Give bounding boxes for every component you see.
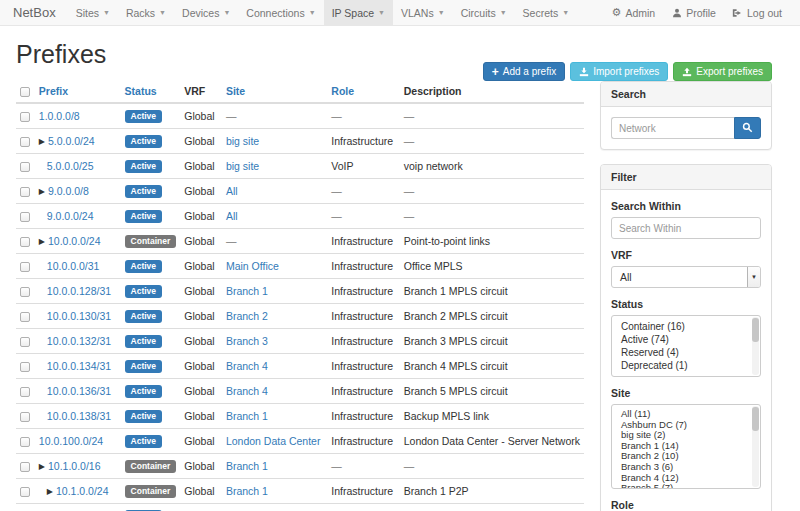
row-checkbox[interactable] bbox=[20, 487, 30, 497]
site-link[interactable]: London Data Center bbox=[226, 435, 321, 447]
row-checkbox[interactable] bbox=[20, 412, 30, 422]
prefix-link[interactable]: 10.1.0.0/16 bbox=[48, 460, 101, 472]
nav-item-racks[interactable]: Racks▼ bbox=[118, 0, 174, 25]
row-checkbox[interactable] bbox=[20, 212, 30, 222]
site-link[interactable]: Branch 2 bbox=[226, 310, 268, 322]
prefix-link[interactable]: 9.0.0.0/8 bbox=[48, 185, 89, 197]
row-checkbox[interactable] bbox=[20, 187, 30, 197]
chevron-down-icon: ▼ bbox=[747, 267, 760, 287]
site-link[interactable]: Branch 1 bbox=[226, 285, 268, 297]
site-link[interactable]: All bbox=[226, 210, 238, 222]
status-badge: Container bbox=[125, 485, 177, 498]
import-prefixes-button[interactable]: Import prefixes bbox=[570, 62, 668, 81]
prefix-link[interactable]: 10.0.0.0/24 bbox=[48, 235, 101, 247]
option-reserved-4[interactable]: Reserved (4) bbox=[612, 346, 760, 359]
row-checkbox[interactable] bbox=[20, 437, 30, 447]
row-checkbox[interactable] bbox=[20, 287, 30, 297]
site-link[interactable]: Branch 1 bbox=[226, 485, 268, 497]
prefix-link[interactable]: 10.0.0.134/31 bbox=[47, 360, 111, 372]
site-link[interactable]: Branch 1 bbox=[226, 460, 268, 472]
nav-item-profile[interactable]: Profile bbox=[663, 0, 724, 25]
status-multiselect[interactable]: Container (16)Active (74)Reserved (4)Dep… bbox=[611, 315, 761, 377]
column-header-vrf: VRF bbox=[180, 81, 222, 103]
scrollbar-thumb[interactable] bbox=[752, 318, 759, 342]
search-within-input[interactable] bbox=[611, 217, 761, 239]
site-link[interactable]: Branch 4 bbox=[226, 360, 268, 372]
column-header-label[interactable]: Prefix bbox=[39, 85, 68, 97]
description-cell: — bbox=[404, 185, 415, 197]
add-a-prefix-button[interactable]: +Add a prefix bbox=[483, 62, 565, 81]
nav-item-connections[interactable]: Connections▼ bbox=[238, 0, 323, 25]
prefix-link[interactable]: 5.0.0.0/25 bbox=[47, 160, 94, 172]
prefix-link[interactable]: 10.0.100.0/24 bbox=[39, 435, 103, 447]
nav-item-devices[interactable]: Devices▼ bbox=[174, 0, 238, 25]
site-link[interactable]: Branch 3 bbox=[226, 335, 268, 347]
option-ashburn-dc-7[interactable]: Ashburn DC (7) bbox=[612, 420, 760, 431]
button-label: Add a prefix bbox=[503, 66, 556, 77]
site-link[interactable]: Branch 1 bbox=[226, 410, 268, 422]
nav-item-circuits[interactable]: Circuits▼ bbox=[453, 0, 515, 25]
option-deprecated-1[interactable]: Deprecated (1) bbox=[612, 359, 760, 372]
prefix-link[interactable]: 10.0.0.130/31 bbox=[47, 310, 111, 322]
select-all-checkbox[interactable] bbox=[20, 87, 30, 97]
prefix-link[interactable]: 10.0.0.132/31 bbox=[47, 335, 111, 347]
option-branch-1-14[interactable]: Branch 1 (14) bbox=[612, 441, 760, 452]
prefix-link[interactable]: 10.0.0.128/31 bbox=[47, 285, 111, 297]
caret-right-icon: ▶ bbox=[47, 487, 53, 496]
row-checkbox[interactable] bbox=[20, 162, 30, 172]
row-checkbox[interactable] bbox=[20, 337, 30, 347]
scrollbar-thumb[interactable] bbox=[752, 407, 759, 431]
nav-item-admin[interactable]: ⚙Admin bbox=[604, 0, 664, 25]
description-cell: Branch 2 MPLS circuit bbox=[404, 310, 508, 322]
row-checkbox[interactable] bbox=[20, 137, 30, 147]
option-branch-3-6[interactable]: Branch 3 (6) bbox=[612, 462, 760, 473]
row-checkbox[interactable] bbox=[20, 237, 30, 247]
scrollbar-track[interactable] bbox=[752, 317, 759, 375]
prefix-link[interactable]: 10.1.0.0/24 bbox=[56, 485, 109, 497]
site-link[interactable]: big site bbox=[226, 135, 259, 147]
option-branch-5-7[interactable]: Branch 5 (7) bbox=[612, 483, 760, 489]
nav-item-secrets[interactable]: Secrets▼ bbox=[515, 0, 578, 25]
row-checkbox[interactable] bbox=[20, 312, 30, 322]
nav-item-log-out[interactable]: Log out bbox=[724, 0, 790, 25]
row-checkbox[interactable] bbox=[20, 462, 30, 472]
vrf-select[interactable]: All▼ bbox=[611, 266, 761, 288]
site-link[interactable]: All bbox=[226, 185, 238, 197]
site-link[interactable]: Main Office bbox=[226, 260, 279, 272]
site-link[interactable]: big site bbox=[226, 160, 259, 172]
prefix-link[interactable]: 10.0.0.136/31 bbox=[47, 385, 111, 397]
column-header-label[interactable]: Role bbox=[331, 85, 354, 97]
search-button[interactable] bbox=[734, 117, 761, 139]
prefix-link[interactable]: 1.0.0.0/8 bbox=[39, 110, 80, 122]
option-all-11[interactable]: All (11) bbox=[612, 409, 760, 420]
export-prefixes-button[interactable]: Export prefixes bbox=[673, 62, 772, 81]
option-branch-4-12[interactable]: Branch 4 (12) bbox=[612, 473, 760, 484]
row-checkbox[interactable] bbox=[20, 262, 30, 272]
search-input[interactable] bbox=[611, 117, 734, 139]
status-badge: Active bbox=[125, 160, 163, 173]
row-checkbox[interactable] bbox=[20, 112, 30, 122]
scrollbar-track[interactable] bbox=[752, 406, 759, 487]
row-checkbox[interactable] bbox=[20, 387, 30, 397]
option-active-74[interactable]: Active (74) bbox=[612, 333, 760, 346]
nav-item-vlans[interactable]: VLANs▼ bbox=[393, 0, 453, 25]
column-header-label[interactable]: Site bbox=[226, 85, 245, 97]
option-container-16[interactable]: Container (16) bbox=[612, 320, 760, 333]
prefix-link[interactable]: 5.0.0.0/24 bbox=[48, 135, 95, 147]
nav-item-ip-space[interactable]: IP Space▼ bbox=[324, 0, 393, 25]
option-big-site-2[interactable]: big site (2) bbox=[612, 430, 760, 441]
column-header-label: VRF bbox=[184, 85, 205, 97]
prefix-link[interactable]: 10.0.0.0/31 bbox=[47, 260, 100, 272]
option-branch-2-10[interactable]: Branch 2 (10) bbox=[612, 451, 760, 462]
vrf-cell: Global bbox=[180, 129, 222, 154]
table-header-row: PrefixStatusVRFSiteRoleDescription bbox=[16, 81, 584, 103]
vrf-cell: Global bbox=[180, 404, 222, 429]
site-link[interactable]: Branch 4 bbox=[226, 385, 268, 397]
prefix-link[interactable]: 10.0.0.138/31 bbox=[47, 410, 111, 422]
row-checkbox[interactable] bbox=[20, 362, 30, 372]
column-header-label[interactable]: Status bbox=[125, 85, 157, 97]
prefix-link[interactable]: 9.0.0.0/24 bbox=[47, 210, 94, 222]
app-brand[interactable]: NetBox bbox=[13, 0, 68, 25]
site-multiselect[interactable]: All (11)Ashburn DC (7)big site (2)Branch… bbox=[611, 404, 761, 489]
nav-item-sites[interactable]: Sites▼ bbox=[68, 0, 118, 25]
